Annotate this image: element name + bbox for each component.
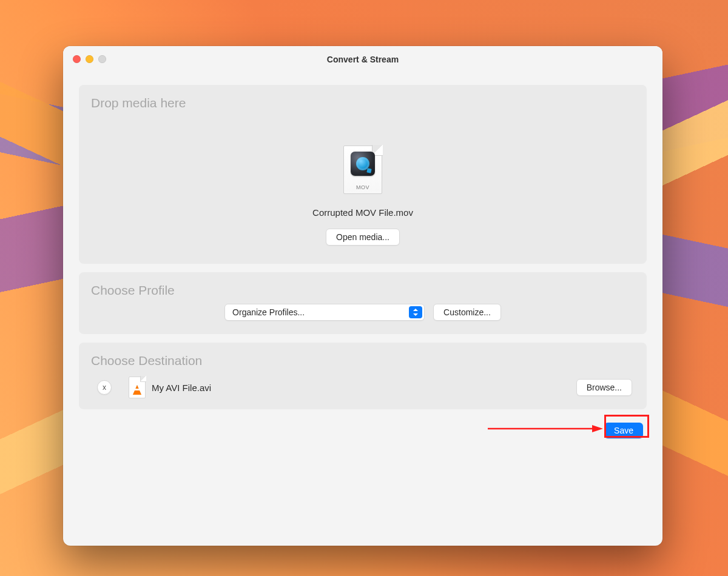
choose-destination-heading: Choose Destination xyxy=(91,353,635,368)
choose-destination-panel: Choose Destination x My AVI File.avi Bro… xyxy=(79,343,647,409)
clear-destination-button[interactable]: x xyxy=(97,380,112,395)
vlc-file-icon xyxy=(129,377,146,398)
profile-select[interactable]: Organize Profiles... xyxy=(224,304,425,321)
save-button[interactable]: Save xyxy=(604,423,643,438)
window-titlebar: Convert & Stream xyxy=(63,46,662,73)
drop-media-heading: Drop media here xyxy=(91,96,635,110)
customize-button[interactable]: Customize... xyxy=(433,304,501,321)
choose-profile-panel: Choose Profile Organize Profiles... Cust… xyxy=(79,272,647,334)
choose-profile-heading: Choose Profile xyxy=(91,283,635,298)
annotation-arrow-icon xyxy=(488,424,603,434)
svg-marker-0 xyxy=(413,309,418,311)
dialog-footer: Save xyxy=(79,418,647,438)
file-type-tag: MOV xyxy=(343,184,382,190)
window-body: Drop media here MOV Corrupted MOV File.m… xyxy=(63,73,662,449)
window-title: Convert & Stream xyxy=(327,55,399,64)
window-zoom-button[interactable] xyxy=(98,55,106,63)
drop-media-content: MOV Corrupted MOV File.mov Open media... xyxy=(91,116,635,250)
window-minimize-button[interactable] xyxy=(86,55,93,63)
window-close-button[interactable] xyxy=(73,55,81,63)
destination-row: x My AVI File.avi Browse... xyxy=(91,374,635,398)
profile-row: Organize Profiles... Customize... xyxy=(91,304,635,321)
select-stepper-icon xyxy=(409,306,422,318)
profile-select-value: Organize Profiles... xyxy=(232,307,305,317)
destination-filename: My AVI File.avi xyxy=(152,383,211,393)
destination-file: My AVI File.avi xyxy=(129,377,567,398)
svg-marker-3 xyxy=(592,425,603,432)
browse-button[interactable]: Browse... xyxy=(576,379,632,396)
quicktime-icon xyxy=(351,152,375,176)
window-traffic-lights xyxy=(73,55,106,63)
open-media-button[interactable]: Open media... xyxy=(326,229,400,246)
convert-stream-window: Convert & Stream Drop media here MOV Cor… xyxy=(63,46,662,546)
dropped-filename: Corrupted MOV File.mov xyxy=(312,207,413,218)
drop-media-panel[interactable]: Drop media here MOV Corrupted MOV File.m… xyxy=(79,85,647,264)
mov-file-icon: MOV xyxy=(343,146,382,194)
svg-marker-1 xyxy=(413,313,418,316)
